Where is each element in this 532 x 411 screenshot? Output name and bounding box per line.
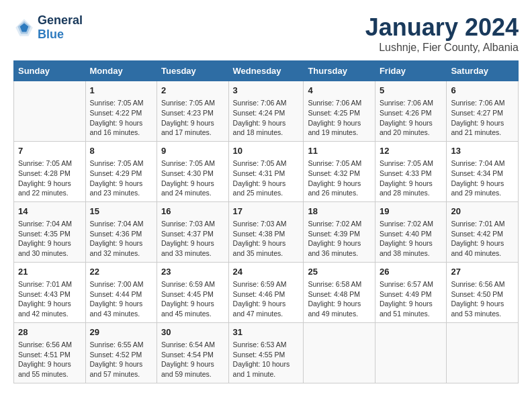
- day-number: 20: [451, 205, 514, 218]
- calendar-cell: 25Sunrise: 6:58 AM Sunset: 4:48 PM Dayli…: [304, 262, 375, 322]
- day-info: Sunrise: 6:53 AM Sunset: 4:55 PM Dayligh…: [233, 340, 300, 379]
- day-info: Sunrise: 7:04 AM Sunset: 4:34 PM Dayligh…: [451, 158, 514, 198]
- day-info: Sunrise: 7:04 AM Sunset: 4:35 PM Dayligh…: [18, 219, 81, 259]
- calendar-table: SundayMondayTuesdayWednesdayThursdayFrid…: [13, 60, 519, 383]
- day-number: 14: [18, 205, 81, 218]
- calendar-cell: 18Sunrise: 7:02 AM Sunset: 4:39 PM Dayli…: [304, 201, 375, 262]
- day-number: 4: [308, 85, 371, 97]
- calendar-cell: 5Sunrise: 7:06 AM Sunset: 4:26 PM Daylig…: [375, 81, 447, 142]
- day-info: Sunrise: 6:55 AM Sunset: 4:52 PM Dayligh…: [90, 340, 153, 379]
- calendar-cell: 9Sunrise: 7:05 AM Sunset: 4:30 PM Daylig…: [157, 141, 229, 201]
- day-info: Sunrise: 7:00 AM Sunset: 4:44 PM Dayligh…: [90, 279, 153, 319]
- day-number: 18: [308, 205, 371, 218]
- day-number: 27: [451, 266, 514, 278]
- logo-icon: [13, 17, 35, 38]
- day-info: Sunrise: 7:05 AM Sunset: 4:30 PM Dayligh…: [161, 158, 224, 198]
- calendar-cell: 26Sunrise: 6:57 AM Sunset: 4:49 PM Dayli…: [375, 262, 447, 322]
- day-number: 13: [451, 145, 514, 157]
- day-number: 22: [90, 266, 153, 278]
- calendar-cell: 17Sunrise: 7:03 AM Sunset: 4:38 PM Dayli…: [228, 201, 304, 262]
- day-info: Sunrise: 7:01 AM Sunset: 4:42 PM Dayligh…: [451, 219, 514, 259]
- calendar-cell: 6Sunrise: 7:06 AM Sunset: 4:27 PM Daylig…: [447, 81, 519, 142]
- day-info: Sunrise: 7:05 AM Sunset: 4:33 PM Dayligh…: [380, 158, 443, 198]
- day-info: Sunrise: 6:59 AM Sunset: 4:45 PM Dayligh…: [161, 279, 224, 319]
- day-info: Sunrise: 7:06 AM Sunset: 4:26 PM Dayligh…: [380, 98, 443, 138]
- day-number: 25: [308, 266, 371, 278]
- calendar-cell: 22Sunrise: 7:00 AM Sunset: 4:44 PM Dayli…: [85, 262, 157, 322]
- calendar-cell: 28Sunrise: 6:56 AM Sunset: 4:51 PM Dayli…: [14, 322, 86, 383]
- day-info: Sunrise: 6:56 AM Sunset: 4:51 PM Dayligh…: [18, 340, 81, 379]
- day-info: Sunrise: 6:56 AM Sunset: 4:50 PM Dayligh…: [451, 279, 514, 319]
- day-number: 24: [233, 266, 300, 278]
- calendar-cell: 23Sunrise: 6:59 AM Sunset: 4:45 PM Dayli…: [157, 262, 229, 322]
- day-number: 16: [161, 205, 224, 218]
- day-number: 31: [233, 326, 300, 338]
- day-info: Sunrise: 7:05 AM Sunset: 4:28 PM Dayligh…: [18, 158, 81, 198]
- logo-text: General Blue: [38, 13, 83, 42]
- calendar-cell: 7Sunrise: 7:05 AM Sunset: 4:28 PM Daylig…: [14, 141, 86, 201]
- day-info: Sunrise: 6:57 AM Sunset: 4:49 PM Dayligh…: [380, 279, 443, 319]
- calendar-cell: [447, 322, 519, 383]
- location-title: Lushnje, Fier County, Albania: [365, 42, 519, 54]
- calendar-cell: [304, 322, 375, 383]
- day-number: 2: [161, 85, 224, 97]
- day-info: Sunrise: 7:03 AM Sunset: 4:37 PM Dayligh…: [161, 219, 224, 259]
- day-info: Sunrise: 7:05 AM Sunset: 4:32 PM Dayligh…: [308, 158, 371, 198]
- col-header-sunday: Sunday: [14, 61, 86, 81]
- calendar-cell: 31Sunrise: 6:53 AM Sunset: 4:55 PM Dayli…: [228, 322, 304, 383]
- day-info: Sunrise: 7:05 AM Sunset: 4:31 PM Dayligh…: [233, 158, 300, 198]
- day-number: 10: [233, 145, 300, 157]
- calendar-cell: 24Sunrise: 6:59 AM Sunset: 4:46 PM Dayli…: [228, 262, 304, 322]
- calendar-cell: 4Sunrise: 7:06 AM Sunset: 4:25 PM Daylig…: [304, 81, 375, 142]
- day-number: 15: [90, 205, 153, 218]
- calendar-cell: 2Sunrise: 7:05 AM Sunset: 4:23 PM Daylig…: [157, 81, 229, 142]
- calendar-cell: 16Sunrise: 7:03 AM Sunset: 4:37 PM Dayli…: [157, 201, 229, 262]
- calendar-week-row: 28Sunrise: 6:56 AM Sunset: 4:51 PM Dayli…: [14, 322, 519, 383]
- day-info: Sunrise: 7:02 AM Sunset: 4:40 PM Dayligh…: [380, 219, 443, 259]
- calendar-cell: [375, 322, 447, 383]
- calendar-week-row: 14Sunrise: 7:04 AM Sunset: 4:35 PM Dayli…: [14, 201, 519, 262]
- day-info: Sunrise: 6:58 AM Sunset: 4:48 PM Dayligh…: [308, 279, 371, 319]
- col-header-saturday: Saturday: [447, 61, 519, 81]
- day-number: 9: [161, 145, 224, 157]
- calendar-week-row: 1Sunrise: 7:05 AM Sunset: 4:22 PM Daylig…: [14, 81, 519, 142]
- day-info: Sunrise: 7:04 AM Sunset: 4:36 PM Dayligh…: [90, 219, 153, 259]
- day-info: Sunrise: 7:06 AM Sunset: 4:27 PM Dayligh…: [451, 98, 514, 138]
- day-number: 26: [380, 266, 443, 278]
- calendar-cell: 19Sunrise: 7:02 AM Sunset: 4:40 PM Dayli…: [375, 201, 447, 262]
- calendar-cell: 14Sunrise: 7:04 AM Sunset: 4:35 PM Dayli…: [14, 201, 86, 262]
- logo: General Blue: [13, 13, 83, 42]
- calendar-week-row: 7Sunrise: 7:05 AM Sunset: 4:28 PM Daylig…: [14, 141, 519, 201]
- day-number: 3: [233, 85, 300, 97]
- day-number: 17: [233, 205, 300, 218]
- day-info: Sunrise: 7:06 AM Sunset: 4:24 PM Dayligh…: [233, 98, 300, 138]
- calendar-cell: [14, 81, 86, 142]
- calendar-header-row: SundayMondayTuesdayWednesdayThursdayFrid…: [14, 61, 519, 81]
- col-header-friday: Friday: [375, 61, 447, 81]
- calendar-cell: 12Sunrise: 7:05 AM Sunset: 4:33 PM Dayli…: [375, 141, 447, 201]
- calendar-cell: 1Sunrise: 7:05 AM Sunset: 4:22 PM Daylig…: [85, 81, 157, 142]
- day-number: 7: [18, 145, 81, 157]
- day-number: 5: [380, 85, 443, 97]
- day-number: 21: [18, 266, 81, 278]
- page-header: General Blue January 2024 Lushnje, Fier …: [13, 13, 519, 54]
- calendar-cell: 29Sunrise: 6:55 AM Sunset: 4:52 PM Dayli…: [85, 322, 157, 383]
- calendar-cell: 11Sunrise: 7:05 AM Sunset: 4:32 PM Dayli…: [304, 141, 375, 201]
- day-number: 1: [90, 85, 153, 97]
- col-header-thursday: Thursday: [304, 61, 375, 81]
- day-info: Sunrise: 7:05 AM Sunset: 4:22 PM Dayligh…: [90, 98, 153, 138]
- calendar-cell: 27Sunrise: 6:56 AM Sunset: 4:50 PM Dayli…: [447, 262, 519, 322]
- calendar-week-row: 21Sunrise: 7:01 AM Sunset: 4:43 PM Dayli…: [14, 262, 519, 322]
- day-number: 8: [90, 145, 153, 157]
- day-info: Sunrise: 6:59 AM Sunset: 4:46 PM Dayligh…: [233, 279, 300, 319]
- day-number: 28: [18, 326, 81, 338]
- month-title: January 2024: [365, 13, 519, 42]
- day-number: 6: [451, 85, 514, 97]
- day-number: 12: [380, 145, 443, 157]
- calendar-cell: 21Sunrise: 7:01 AM Sunset: 4:43 PM Dayli…: [14, 262, 86, 322]
- day-info: Sunrise: 7:02 AM Sunset: 4:39 PM Dayligh…: [308, 219, 371, 259]
- calendar-cell: 10Sunrise: 7:05 AM Sunset: 4:31 PM Dayli…: [228, 141, 304, 201]
- day-info: Sunrise: 7:03 AM Sunset: 4:38 PM Dayligh…: [233, 219, 300, 259]
- calendar-cell: 13Sunrise: 7:04 AM Sunset: 4:34 PM Dayli…: [447, 141, 519, 201]
- calendar-cell: 3Sunrise: 7:06 AM Sunset: 4:24 PM Daylig…: [228, 81, 304, 142]
